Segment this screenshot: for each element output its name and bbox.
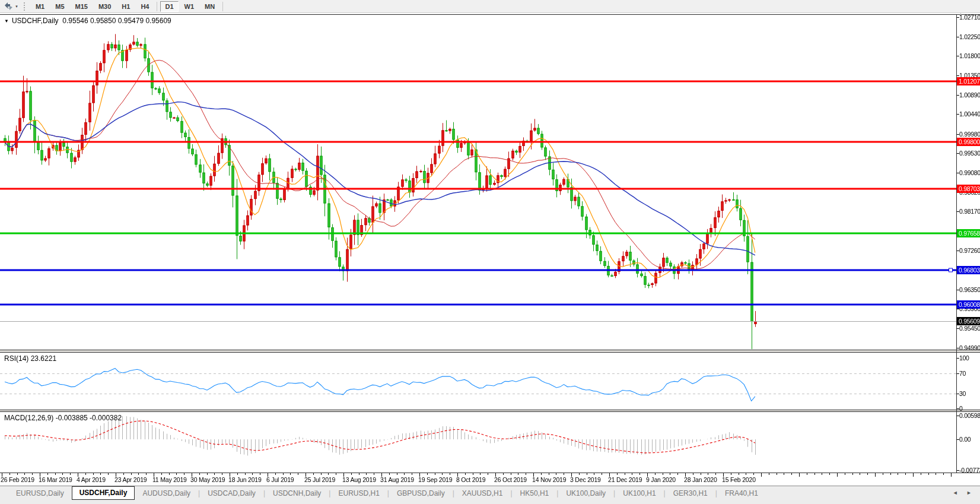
- chart-ohlc-values: 0.95546 0.95850 0.95479 0.95609: [62, 17, 171, 25]
- date-label: 18 Jun 2019: [228, 476, 262, 483]
- chart-tab-ger30-h1[interactable]: GER30,H1: [666, 487, 715, 499]
- date-label: 23 Apr 2019: [114, 476, 147, 483]
- date-label: 28 Jan 2020: [684, 476, 717, 483]
- timeframe-button-m5[interactable]: M5: [50, 1, 69, 12]
- hline-price-label: 0.97658: [957, 229, 980, 237]
- timeframe-button-h4[interactable]: H4: [136, 1, 154, 12]
- timeframe-button-m15[interactable]: M15: [71, 1, 93, 12]
- tab-scroll-arrows[interactable]: ◄ ►: [953, 490, 975, 496]
- chart-title-collapse-icon[interactable]: ▼: [4, 18, 9, 24]
- price-axis[interactable]: ▲ 1.027101.022501.018001.013501.008901.0…: [957, 12, 980, 473]
- price-tick-label: 0.94990: [957, 344, 980, 352]
- price-tick-label: 1.00440: [957, 110, 980, 118]
- timeframe-buttons: M1M5M15M30H1H4D1W1MN: [30, 1, 225, 12]
- status-strip: [0, 500, 980, 504]
- timeframe-button-h1[interactable]: H1: [117, 1, 135, 12]
- rsi-indicator-label: RSI(14) 23.6221: [4, 354, 56, 363]
- date-label: 31 Aug 2019: [380, 476, 414, 483]
- chart-tab-hk50-h1[interactable]: HK50,H1: [513, 487, 557, 499]
- mt4-terminal: { "toolbar": { "timeframe_buttons": ["M1…: [0, 0, 980, 504]
- date-label: 30 May 2019: [190, 476, 225, 483]
- price-tick-label: 0.99080: [957, 169, 980, 177]
- hline-price-label: 0.98703: [957, 185, 980, 193]
- date-label: 9 Jan 2020: [646, 476, 676, 483]
- chart-tab-audusd-daily[interactable]: AUDUSD,Daily: [135, 487, 198, 499]
- chart-tab-usdcad-daily[interactable]: USDCAD,Daily: [200, 487, 263, 499]
- price-tick-label: 0.97260: [957, 246, 980, 255]
- macd-tick-label: 0.00: [957, 435, 980, 443]
- rsi-tick-label: 100: [957, 354, 980, 362]
- timeframe-button-mn[interactable]: MN: [200, 1, 219, 12]
- chart-tab-uk100-h1[interactable]: UK100,H1: [615, 487, 663, 499]
- date-label: 3 Dec 2019: [570, 476, 601, 483]
- arrange-charts-icon: [4, 2, 13, 10]
- chart-tab-fra40-h1[interactable]: FRA40,H1: [717, 487, 766, 499]
- date-axis[interactable]: 26 Feb 201916 Mar 20194 Apr 201923 Apr 2…: [0, 473, 980, 486]
- timeframe-toolbar: ▼ M1M5M15M30H1H4D1W1MN: [0, 0, 980, 13]
- chart-tabs-bar: EURUSD,DailyUSDCHF,DailyAUDUSD,Daily|USD…: [0, 486, 980, 500]
- date-label: 11 May 2019: [152, 476, 187, 483]
- chart-tab-usdcnh-daily[interactable]: USDCNH,Daily: [265, 487, 329, 499]
- chart-tab-eurusd-h1[interactable]: EURUSD,H1: [330, 487, 387, 499]
- price-tick-label: 0.99980: [957, 130, 980, 138]
- date-label: 25 Jul 2019: [304, 476, 335, 483]
- date-label: 26 Oct 2019: [494, 476, 527, 483]
- price-tick-label: 1.02710: [957, 13, 980, 21]
- date-label: 26 Feb 2019: [1, 476, 34, 483]
- hline-price-label: 0.99800: [957, 138, 980, 146]
- date-label: 19 Sep 2019: [418, 476, 452, 483]
- chart-symbol-label: USDCHF,Daily: [12, 17, 59, 25]
- hline-price-label: 0.96008: [957, 300, 980, 309]
- chevron-down-icon: ▼: [15, 5, 18, 8]
- macd-indicator-label: MACD(12,26,9) -0.003885 -0.000382: [4, 414, 122, 422]
- date-label: 21 Dec 2019: [608, 476, 642, 483]
- date-label: 16 Mar 2019: [39, 476, 72, 483]
- toolbar-separator: [157, 2, 157, 11]
- price-tick-label: 0.99530: [957, 149, 980, 157]
- price-tick-label: 0.98170: [957, 207, 980, 215]
- timeframe-button-m1[interactable]: M1: [31, 1, 49, 12]
- date-label: 4 Apr 2019: [77, 476, 106, 483]
- price-tick-label: 0.96350: [957, 286, 980, 294]
- price-tick-label: 1.00890: [957, 91, 980, 99]
- price-chart-canvas[interactable]: [0, 0, 980, 504]
- chart-tab-usdchf-daily[interactable]: USDCHF,Daily: [72, 486, 135, 500]
- timeframe-button-m30[interactable]: M30: [94, 1, 116, 12]
- chart-tab-gbpusd-daily[interactable]: GBPUSD,Daily: [389, 487, 453, 499]
- date-label: 6 Jul 2019: [266, 476, 294, 483]
- price-tick-label: 1.02250: [957, 33, 980, 41]
- price-tick-label: 1.01800: [957, 52, 980, 60]
- date-label: 15 Feb 2020: [722, 476, 756, 483]
- timeframe-button-w1[interactable]: W1: [180, 1, 199, 12]
- toolbar-grip[interactable]: [24, 2, 27, 11]
- timeframe-button-d1[interactable]: D1: [160, 1, 178, 12]
- chart-tab-xauusd-h1[interactable]: XAUUSD,H1: [454, 487, 511, 499]
- date-label: 8 Oct 2019: [456, 476, 485, 483]
- chart-tab-uk100-daily[interactable]: UK100,Daily: [558, 487, 613, 499]
- rsi-tick-label: 30: [957, 389, 980, 398]
- hline-price-label: 0.96803: [957, 266, 980, 274]
- date-label: 14 Nov 2019: [532, 476, 566, 483]
- hline-price-label: 1.01207: [957, 77, 980, 85]
- toolbar-separator: [222, 2, 223, 11]
- arrange-charts-button[interactable]: ▼: [3, 2, 20, 11]
- macd-tick-label: 0.005986: [957, 411, 980, 420]
- chart-tab-eurusd-daily[interactable]: EURUSD,Daily: [8, 487, 72, 499]
- chart-title: ▼USDCHF,Daily 0.95546 0.95850 0.95479 0.…: [4, 17, 171, 25]
- date-label: 13 Aug 2019: [342, 476, 376, 483]
- rsi-tick-label: 70: [957, 369, 980, 378]
- current-price-label: 0.95609: [957, 317, 980, 325]
